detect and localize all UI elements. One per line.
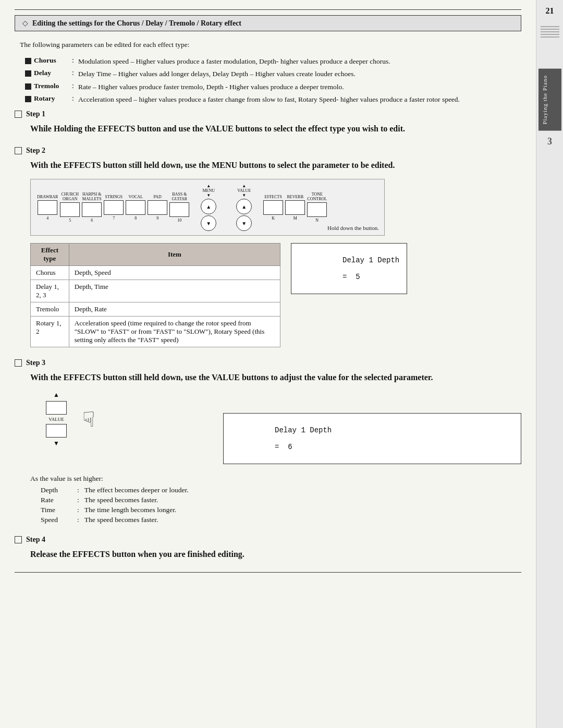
value-def-rate: The speed becomes faster. — [84, 496, 158, 504]
step-3-checkbox-icon — [15, 359, 22, 367]
sidebar-line — [541, 29, 559, 30]
step-3-label: Step 3 — [26, 359, 45, 367]
step-3-header: Step 3 — [15, 359, 521, 367]
step-2-header: Step 2 — [15, 147, 521, 155]
list-item: Tremolo : Rate – Higher values produce f… — [25, 82, 521, 92]
kbd-num: 8 — [134, 216, 137, 221]
kbd-num: 7 — [113, 216, 115, 221]
value-def-time: The time length becomes longer. — [84, 506, 177, 514]
table-cell-type: Tremolo — [31, 302, 69, 317]
list-item: Rotary : Acceleration speed – higher val… — [25, 94, 521, 105]
effect-desc-rotary: Acceleration speed – higher values produ… — [78, 94, 521, 105]
table-row: Delay 1, 2, 3 Depth, Time — [31, 280, 280, 302]
step-2-section: Step 2 With the EFFECTS button still hel… — [15, 147, 521, 347]
keyboard-button — [148, 200, 167, 215]
display-box-step3: Delay 1 Depth = 6 — [223, 413, 521, 464]
sidebar-tab: Playing the Piano — [538, 69, 561, 131]
title-box: ◇ Editing the settings for the Chorus / … — [15, 15, 521, 31]
bottom-border — [15, 572, 521, 573]
kbd-label: REVERB — [287, 195, 303, 199]
table-cell-item: Depth, Time — [69, 280, 280, 302]
keyboard-diagram: DRAWBAR 4 CHURCHORGAN 5 HARPSI &MALLETS — [30, 179, 385, 236]
table-row: Rotary 1, 2 Acceleration speed (time req… — [31, 317, 280, 347]
table-cell-item: Depth, Rate — [69, 302, 280, 317]
step-3-instruction: With the EFFECTS button still held down,… — [30, 371, 521, 384]
intro-paragraph: The following parameters can be edited f… — [20, 41, 521, 49]
table-header-effect: Effect type — [31, 244, 69, 266]
step-1-checkbox-icon — [15, 111, 22, 118]
kbd-label: TONECONTROL — [307, 192, 327, 201]
table-cell-type: Chorus — [31, 266, 69, 280]
kbd-label: HARPSI &MALLETS — [82, 192, 102, 201]
kbd-label: STRINGS — [105, 195, 123, 199]
kbd-num: 4 — [46, 216, 48, 221]
effect-desc-tremolo: Rate – Higher values produce faster trem… — [78, 82, 521, 92]
kbd-num: 10 — [177, 218, 181, 223]
keyboard-button — [169, 202, 189, 217]
table-header-item: Item — [69, 244, 280, 266]
effect-table: Effect type Item Chorus Depth, Speed Del… — [30, 243, 280, 347]
hold-note: Hold down the button. — [327, 225, 379, 231]
page-number: 21 — [546, 6, 554, 16]
list-item: Time : The time length becomes longer. — [41, 506, 521, 514]
kbd-label: ▲VALUE▼ — [237, 184, 251, 198]
keyboard-button — [104, 200, 124, 215]
keyboard-button — [60, 202, 80, 217]
effects-button — [263, 200, 283, 215]
list-item: Rate : The speed becomes faster. — [41, 496, 521, 504]
tremolo-square-icon — [25, 83, 31, 90]
step-4-header: Step 4 — [15, 536, 521, 544]
value-term-depth: Depth — [41, 486, 77, 494]
keyboard-button — [82, 202, 102, 217]
main-content: ◇ Editing the settings for the Chorus / … — [0, 0, 536, 728]
effect-name-chorus: Chorus — [25, 56, 72, 65]
kbd-label: BASS &GUITAR — [172, 192, 187, 201]
step-1-label: Step 1 — [26, 110, 45, 118]
table-cell-item: Depth, Speed — [69, 266, 280, 280]
kbd-label: ▲MENU▼ — [202, 184, 215, 198]
step-3-section: Step 3 With the EFFECTS button still hel… — [15, 359, 521, 524]
kbd-label: PAD — [154, 195, 162, 199]
menu-dn-button: ▼ — [201, 215, 216, 231]
val-label: VALUE — [48, 417, 64, 422]
value-dn-btn-diagram — [46, 424, 67, 438]
value-list-header: As the value is set higher: — [30, 475, 521, 483]
list-item: Delay : Delay Time – Higher values add l… — [25, 69, 521, 79]
list-item: Chorus : Modulation speed – Higher value… — [25, 56, 521, 67]
table-cell-type: Delay 1, 2, 3 — [31, 280, 69, 302]
table-cell-item: Acceleration speed (time required to cha… — [69, 317, 280, 347]
step-2-checkbox-icon — [15, 147, 22, 154]
step-4-section: Step 4 Release the EFFECTS button when y… — [15, 536, 521, 561]
kbd-num: 9 — [156, 216, 158, 221]
kbd-label: DRAWBAR — [37, 195, 58, 199]
page-wrapper: ◇ Editing the settings for the Chorus / … — [0, 0, 563, 728]
right-sidebar: 21 Playing the Piano 3 — [536, 0, 563, 728]
list-item: Depth : The effect becomes deeper or lou… — [41, 486, 521, 494]
title-diamond-icon: ◇ — [22, 19, 28, 28]
reverb-button — [285, 200, 305, 215]
step-1-instruction: While Holding the EFFECTS button and use… — [30, 123, 521, 135]
value-term-speed: Speed — [41, 516, 77, 524]
chorus-square-icon — [25, 58, 31, 64]
tone-control-button — [307, 202, 327, 217]
kbd-label: VOCAL — [128, 195, 143, 199]
page-title: Editing the settings for the Chorus / De… — [32, 19, 241, 28]
value-up-button: ▲ — [236, 199, 252, 214]
value-up-btn-diagram — [46, 401, 67, 415]
kbd-label: EFFECTS — [265, 195, 282, 199]
kbd-num: N — [315, 218, 319, 223]
value-term-time: Time — [41, 506, 77, 514]
kbd-num: M — [293, 216, 297, 221]
effect-name-delay: Delay — [25, 69, 72, 77]
value-dn-button: ▼ — [236, 215, 252, 231]
hand-cursor-icon: ☟ — [82, 407, 95, 432]
step-4-checkbox-icon — [15, 536, 22, 543]
top-border — [15, 9, 521, 10]
value-list: As the value is set higher: Depth : The … — [30, 475, 521, 524]
step-2-instruction: With the EFFECTS button still held down,… — [30, 159, 521, 172]
table-cell-type: Rotary 1, 2 — [31, 317, 69, 347]
step-4-instruction: Release the EFFECTS button when you are … — [30, 548, 521, 561]
table-row: Chorus Depth, Speed — [31, 266, 280, 280]
kbd-label: CHURCHORGAN — [62, 192, 79, 201]
value-def-speed: The speed becomes faster. — [84, 516, 158, 524]
